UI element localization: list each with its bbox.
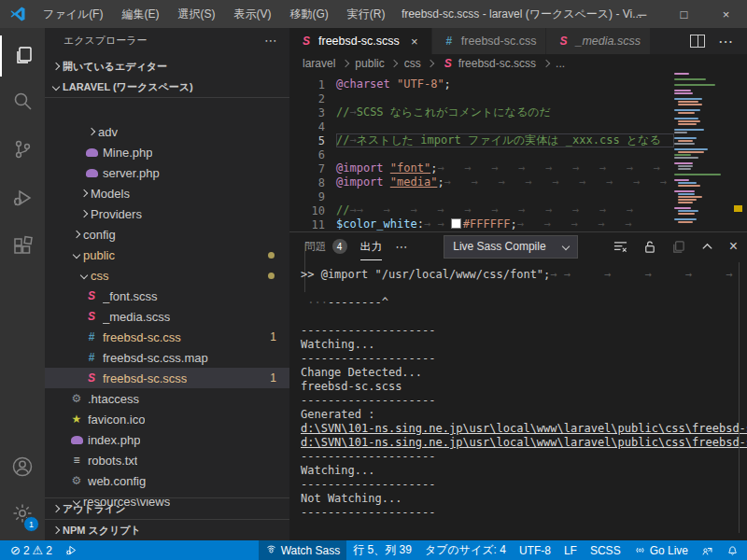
star-file-icon: ★	[69, 413, 84, 426]
feedback-icon[interactable]	[695, 540, 720, 560]
close-tab-icon[interactable]: ×	[407, 35, 422, 49]
tree-item-freebsd-sc-scss[interactable]: Sfreebsd-sc.scss1	[45, 368, 289, 388]
tree-item-label: freebsd-sc.scss	[103, 371, 187, 385]
line-content	[336, 119, 674, 133]
minimap[interactable]	[674, 73, 724, 231]
menu-bar: ファイル(F)編集(E)選択(S)表示(V)移動(G)実行(R)⋯	[35, 4, 423, 25]
menu-item[interactable]: 実行(R)	[339, 4, 394, 25]
language-mode[interactable]: SCSS	[584, 540, 627, 560]
breadcrumb-item[interactable]: laravel	[303, 57, 335, 70]
line-content	[336, 91, 674, 105]
close-button[interactable]: ×	[705, 0, 747, 28]
line-content: //→→ → → → → → → → → → →	[336, 203, 674, 217]
breadcrumb-ellipsis[interactable]: ...	[556, 57, 565, 70]
tree-item-models[interactable]: Models	[45, 183, 289, 203]
tree-item-freebsd-sc-css[interactable]: #freebsd-sc.css1	[45, 327, 289, 347]
tree-item-label: Providers	[91, 207, 142, 221]
problems-count-badge: 1	[270, 330, 276, 343]
tab-freebsd-sc-css[interactable]: #freebsd-sc.css	[432, 28, 547, 54]
maximize-button[interactable]: □	[663, 0, 705, 28]
code-editor[interactable]: 1@charset "UTF-8";23//→SCSS ならこれがコメントになる…	[289, 73, 674, 231]
account-icon[interactable]	[0, 446, 45, 487]
tree-item--htaccess[interactable]: ⚙.htaccess	[45, 388, 289, 409]
menu-item[interactable]: 編集(E)	[113, 4, 167, 25]
workspace-section[interactable]: LARAVEL (ワークスペース)	[45, 77, 289, 98]
tree-item-config[interactable]: config	[45, 224, 289, 245]
line-content	[336, 189, 674, 203]
tab-freebsd-sc-scss[interactable]: Sfreebsd-sc.scss×	[289, 28, 432, 54]
tree-item--font-scss[interactable]: S_font.scss	[45, 286, 289, 306]
line-number: 5	[289, 134, 336, 147]
editor-more-icon[interactable]: ⋯	[718, 33, 734, 50]
panel-more-icon[interactable]: ⋯	[395, 240, 408, 254]
sidebar-more-icon[interactable]: ⋯	[264, 33, 278, 48]
php-file-icon	[84, 148, 99, 157]
encoding-status[interactable]: UTF-8	[513, 540, 557, 560]
go-live-status[interactable]: Go Live	[627, 540, 695, 560]
sass-file-icon: S	[441, 57, 456, 70]
tree-item-label: css	[91, 269, 109, 283]
tree-item-css[interactable]: css	[45, 265, 289, 286]
sass-file-icon: S	[299, 35, 314, 48]
menu-item[interactable]: 移動(G)	[281, 4, 336, 25]
problems-status[interactable]: ⊘ 2 ⚠ 2	[4, 540, 59, 560]
tree-item-freebsd-sc-css-map[interactable]: #freebsd-sc.css.map	[45, 347, 289, 368]
output-line: --------------------	[301, 450, 747, 464]
split-editor-icon[interactable]	[690, 35, 705, 48]
settings-gear-icon[interactable]: 1	[0, 493, 45, 534]
breadcrumb-item[interactable]: css	[404, 57, 421, 70]
tree-item-server-php[interactable]: server.php	[45, 162, 289, 183]
output-channel-dropdown[interactable]: Live Sass Compile	[444, 235, 577, 259]
run-debug-icon[interactable]	[0, 177, 45, 218]
menu-item[interactable]: ファイル(F)	[35, 4, 111, 25]
clear-output-icon[interactable]	[613, 240, 627, 254]
explorer-icon[interactable]	[0, 35, 47, 77]
output-line: d:\SVN\101-ns.sing.ne.jp\usr\local\www\l…	[301, 436, 747, 450]
search-icon[interactable]	[0, 80, 45, 121]
breadcrumb-item[interactable]: public	[355, 57, 384, 70]
maximize-panel-icon[interactable]	[700, 240, 714, 254]
outline-section[interactable]: アウトライン	[45, 497, 289, 519]
close-panel-icon[interactable]: ×	[729, 238, 738, 255]
indentation-status[interactable]: タブのサイズ: 4	[418, 540, 513, 560]
tree-item-favicon-ico[interactable]: ★favicon.ico	[45, 409, 289, 429]
minimize-button[interactable]: ─	[621, 0, 663, 28]
npm-scripts-section[interactable]: NPM スクリプト	[45, 519, 289, 540]
tree-item-index-php[interactable]: index.php	[45, 429, 289, 450]
tree-item-web-config[interactable]: ⚙web.config	[45, 470, 289, 491]
tree-item-mine-php[interactable]: Mine.php	[45, 142, 289, 162]
tree-item-public[interactable]: public	[45, 245, 289, 265]
menu-item[interactable]: 選択(S)	[169, 4, 223, 25]
tree-item-label: _font.scss	[103, 289, 158, 303]
notifications-bell-icon[interactable]	[720, 540, 745, 560]
modified-line-marker	[734, 205, 742, 212]
menu-item[interactable]: 表示(V)	[225, 4, 279, 25]
tree-item-adv[interactable]: adv	[45, 121, 289, 142]
output-line: ···--------^	[301, 296, 747, 310]
code-line-8: 8@import "media";→ → → → → → → → →	[289, 175, 674, 189]
source-control-icon[interactable]	[0, 129, 45, 170]
breadcrumb-item[interactable]: freebsd-sc.scss	[458, 57, 536, 70]
tree-item-providers[interactable]: Providers	[45, 203, 289, 224]
debug-status-icon[interactable]	[59, 540, 84, 560]
output-line	[301, 282, 747, 296]
title-bar: ファイル(F)編集(E)選択(S)表示(V)移動(G)実行(R)⋯ freebs…	[0, 0, 747, 28]
output-tab[interactable]: 出力	[360, 232, 383, 260]
chevron-right-icon	[424, 61, 438, 66]
open-editors-section[interactable]: 開いているエディター	[45, 56, 289, 77]
cursor-position[interactable]: 行 5、列 39	[346, 540, 418, 560]
unlock-icon[interactable]	[642, 240, 656, 254]
tab--media-scss[interactable]: S_media.scss	[546, 28, 650, 54]
output-console[interactable]: >> @import "/usr/local/www/css/font";→ →…	[289, 260, 747, 544]
panel-scrollbar[interactable]	[739, 262, 740, 533]
watch-sass-status[interactable]: Watch Sass	[259, 540, 347, 560]
open-in-editor-icon[interactable]	[671, 240, 685, 254]
tree-item-robots-txt[interactable]: ≡robots.txt	[45, 450, 289, 470]
eol-status[interactable]: LF	[557, 540, 584, 560]
extensions-icon[interactable]	[0, 226, 45, 267]
problems-tab[interactable]: 問題 4	[304, 232, 347, 260]
tree-item-label: freebsd-sc.css.map	[103, 351, 208, 365]
sass-file-icon: S	[84, 310, 99, 323]
tree-item--media-scss[interactable]: S_media.scss	[45, 306, 289, 327]
output-line: --------------------	[301, 324, 747, 338]
